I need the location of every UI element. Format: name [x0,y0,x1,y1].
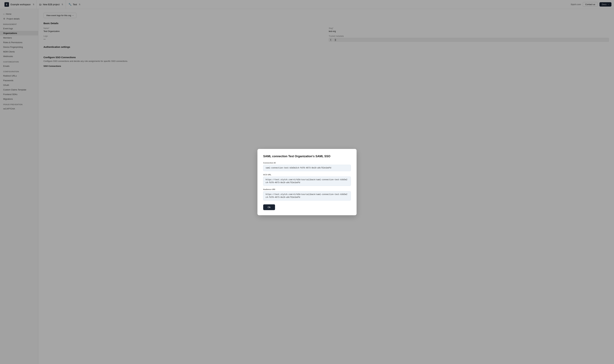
audience-uri-label: Audience URI [263,188,351,190]
acs-url-value: https://test.stytch.com/v1/b2b/sso/callb… [263,177,351,186]
acs-url-label: ACS URL [263,174,351,176]
modal-ok-button[interactable]: Ok [263,204,275,210]
modal-title: SAML connection Test Organization's SAML… [263,155,351,158]
saml-modal: SAML connection Test Organization's SAML… [257,149,357,215]
audience-uri-value: https://test.stytch.com/v1/b2b/sso/callb… [263,191,351,201]
modal-overlay[interactable]: SAML connection Test Organization's SAML… [0,0,614,364]
connection-id-value: saml-connection-test-b3d3e2c4-fd78-4673-… [263,165,351,171]
connection-id-label: Connection ID [263,162,351,164]
